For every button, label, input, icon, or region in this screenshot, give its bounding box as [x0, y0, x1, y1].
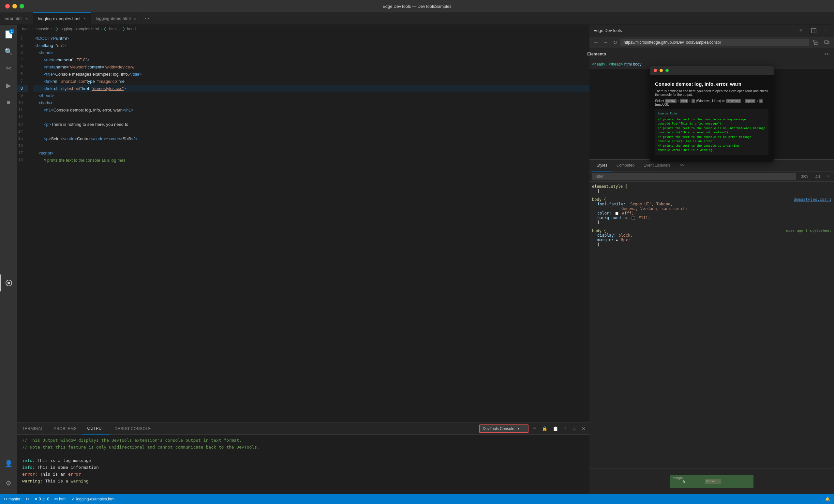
browser-description: There is nothing to see here, you need t… — [655, 89, 768, 96]
code-line-15: <p>Select <code>Control</code>+<code>Shi… — [33, 135, 590, 142]
activity-account[interactable]: 👤 — [0, 455, 17, 472]
bell-icon: 🔔 — [825, 497, 830, 501]
more-panels-button[interactable]: >> — [821, 50, 831, 58]
browser-max-dot — [665, 69, 669, 72]
code-line-11: <h1>Console demos: log, info, error, war… — [33, 106, 590, 113]
code-line-2: <html lang="en"> — [33, 42, 590, 49]
tab-styles[interactable]: Styles — [592, 160, 612, 172]
code-editor[interactable]: 1 2 3 4 5 6 7 8 9 10 11 12 13 14 — [17, 33, 590, 422]
device-emulation-button[interactable] — [822, 38, 831, 47]
activity-bar: 📄 1 🔍 ⚯ ▶ ■ 👤 — [0, 25, 17, 494]
activity-source-control[interactable]: ⚯ — [0, 60, 17, 77]
svg-rect-4 — [813, 40, 816, 42]
tab-logging-demo[interactable]: logging-demo.html × — [91, 13, 141, 24]
back-button[interactable]: ← — [592, 38, 600, 47]
devtools-titlebar: Edge DevTools ✕ ··· — [590, 25, 834, 37]
code-line-10: <body> — [33, 99, 590, 106]
notifications-button[interactable]: 🔔 — [825, 497, 830, 501]
activity-search[interactable]: 🔍 — [0, 43, 17, 60]
breadcrumb-body-tag[interactable]: body — [633, 62, 641, 66]
traffic-lights — [5, 4, 24, 8]
error-icon: ✕ — [34, 497, 38, 501]
add-style-button[interactable]: + — [825, 173, 831, 179]
code-line-12 — [33, 113, 590, 120]
tab-logging-examples[interactable]: logging-examples.html × — [33, 13, 91, 24]
minimize-button[interactable] — [13, 4, 17, 8]
tab-computed[interactable]: Computed — [612, 160, 639, 172]
errors-count[interactable]: ✕ 0 ⚠ 0 — [34, 497, 49, 501]
styles-filter-input[interactable] — [592, 173, 796, 180]
code-line-18: // prints the text to the console as a l… — [33, 156, 590, 163]
tab-close-icon[interactable]: × — [83, 16, 86, 21]
copy-button[interactable]: 📋 — [551, 425, 559, 433]
style-selector-body: body { — [592, 197, 606, 202]
console-output: // This Output window displays the DevTo… — [17, 435, 590, 494]
activity-edge-devtools[interactable] — [0, 275, 17, 291]
styles-toolbar: :hov .cls + — [590, 172, 834, 181]
tab-debug-console[interactable]: DEBUG CONSOLE — [110, 423, 156, 435]
activity-extensions[interactable]: ■ — [0, 94, 17, 111]
status-bar: ⚯ master ↻ ✕ 0 ⚠ 0 ⚯ html ✓ logging-exam… — [0, 494, 834, 504]
url-bar[interactable]: https://microsoftedge.github.io/DevTools… — [620, 39, 809, 46]
breadcrumb-html-tag[interactable]: html — [624, 62, 632, 66]
code-content: <!DOCTYPE html> <html lang="en"> <head> … — [33, 33, 590, 422]
file-indicator[interactable]: ✓ logging-examples.html — [72, 497, 115, 501]
state-hover-button[interactable]: :hov — [799, 173, 810, 179]
activity-settings[interactable]: ⚙ — [0, 475, 17, 491]
arrow-down-button[interactable]: ⇩ — [571, 425, 578, 433]
breadcrumb-file-icon: ⬡ — [54, 27, 58, 31]
tab-close-icon[interactable]: × — [133, 16, 137, 21]
border-box: border — [705, 479, 721, 484]
forward-button[interactable]: → — [602, 38, 610, 47]
tab-problems[interactable]: PROBLEMS — [49, 423, 82, 435]
breadcrumb-head-tag[interactable]: <head>...</head> — [592, 62, 623, 66]
bottom-toolbar: DevTools Console ▼ ☰ 🔒 📋 ⇧ ⇩ ✕ — [477, 424, 590, 433]
style-selector-body-ua: body { — [592, 228, 606, 233]
refresh-button[interactable]: ↻ — [612, 38, 618, 47]
list-view-button[interactable]: ☰ — [531, 425, 538, 433]
dock-side-button[interactable] — [809, 26, 818, 35]
activity-run[interactable]: ▶ — [0, 77, 17, 94]
console-source-dropdown[interactable]: DevTools Console ▼ — [479, 424, 528, 433]
style-source-link[interactable]: demostyles.css:1 — [794, 197, 831, 202]
style-close-brace: } — [592, 189, 831, 193]
branch-name: master — [8, 497, 21, 501]
svg-rect-6 — [825, 41, 828, 43]
more-tools-button[interactable]: ··· — [821, 26, 830, 35]
elements-tab[interactable]: Elements — [592, 49, 601, 59]
activity-explorer[interactable]: 📄 1 — [0, 26, 17, 43]
breadcrumb-html[interactable]: html — [109, 27, 117, 31]
close-panel-button[interactable]: ✕ — [580, 425, 587, 433]
code-line-7: <link rel="shortcut icon" type="image/ic… — [33, 78, 590, 85]
extensions-icon: ■ — [6, 99, 10, 106]
style-rule-body-useragent: body { user agent stylesheet display: bl… — [592, 228, 831, 247]
chevron-down-icon: ▼ — [517, 427, 520, 430]
sync-button[interactable]: ↻ — [26, 497, 29, 501]
dropdown-label: DevTools Console — [483, 426, 514, 431]
breadcrumb-head-icon: ⬡ — [122, 27, 125, 31]
breadcrumb-filename[interactable]: logging-examples.html — [60, 27, 99, 31]
code-line-8: <link rel="stylesheet" href="demostyles.… — [33, 85, 590, 92]
tab-close-icon[interactable]: × — [25, 16, 28, 21]
breadcrumb-console[interactable]: console — [36, 27, 49, 31]
tab-terminal[interactable]: TERMINAL — [17, 423, 49, 435]
code-line-14 — [33, 128, 590, 135]
git-branch[interactable]: ⚯ master — [4, 497, 21, 501]
class-button[interactable]: .cls — [813, 173, 822, 179]
lock-button[interactable]: 🔒 — [541, 425, 549, 433]
console-line-error: error: This is an error — [22, 471, 584, 478]
html-indicator[interactable]: ⚯ html — [54, 497, 67, 501]
tabs-overflow-button[interactable]: ··· — [141, 13, 152, 24]
arrow-up-button[interactable]: ⇧ — [562, 425, 569, 433]
breadcrumb-head[interactable]: head — [127, 27, 136, 31]
maximize-button[interactable] — [20, 4, 24, 8]
line-numbers: 1 2 3 4 5 6 7 8 9 10 11 12 13 14 — [17, 33, 33, 422]
inspect-button[interactable] — [811, 38, 820, 47]
breadcrumb-html-icon: ⬡ — [104, 27, 107, 31]
breadcrumb-docs[interactable]: docs — [22, 27, 30, 31]
close-button[interactable] — [5, 4, 10, 8]
account-icon: 👤 — [4, 460, 13, 467]
tab-error-html[interactable]: error.html × — [0, 13, 33, 24]
devtools-close-button[interactable]: ✕ — [799, 28, 803, 33]
tab-output[interactable]: OUTPUT — [82, 423, 109, 435]
